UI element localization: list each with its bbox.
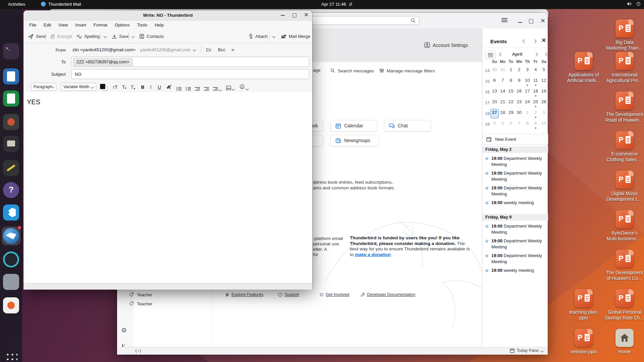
calendar-day[interactable]: 3 xyxy=(540,109,548,118)
calendar-day[interactable]: 23 xyxy=(515,98,524,108)
font-size-reset-icon[interactable]: TT xyxy=(113,84,118,90)
contacts-button[interactable]: Contacts xyxy=(139,30,164,43)
paragraph-format-select[interactable]: Paragraph xyxy=(31,83,56,91)
bcc-button[interactable]: Bcc xyxy=(218,47,225,52)
truncated-link-fragment[interactable]: age xyxy=(313,68,321,74)
activities-button[interactable]: Activities xyxy=(8,2,25,7)
calendar-day[interactable]: 6 xyxy=(507,120,515,129)
menu-edit[interactable]: Edit xyxy=(40,22,55,27)
to-input[interactable]: ZZZ <852736397@qq.com> xyxy=(71,57,309,67)
tag-folder-teacher[interactable]: Teacher xyxy=(129,300,152,307)
event-item[interactable]: 19:00 Department Weekly Meeting xyxy=(482,223,548,235)
calendar-day[interactable]: 19 xyxy=(540,87,548,97)
more-addressing-button[interactable]: » xyxy=(231,47,234,52)
desktop-icon-ppt-file[interactable]: International Agricultural Pro… xyxy=(604,52,644,83)
calendar-day[interactable]: 28 xyxy=(499,109,507,118)
close-icon[interactable]: ✕ xyxy=(304,11,309,18)
dock-vscode-icon[interactable] xyxy=(3,204,19,221)
save-dropdown-icon[interactable] xyxy=(131,35,135,38)
menu-file[interactable]: File xyxy=(25,22,40,27)
insert-image-icon[interactable] xyxy=(226,84,234,90)
calendar-day[interactable]: 9 xyxy=(532,120,540,129)
numbered-list-icon[interactable] xyxy=(186,85,191,91)
bullet-list-icon[interactable] xyxy=(176,85,181,91)
subject-input[interactable]: NO xyxy=(71,69,309,79)
event-item[interactable]: 19:00 Department Weekly Meeting xyxy=(482,253,548,265)
desktop-icon-ppt-file[interactable]: E-commerce Clothing Sales … xyxy=(604,131,644,162)
calendar-day[interactable]: 5 xyxy=(540,66,548,75)
event-item[interactable]: 19:00 Department Weekly Meeting xyxy=(482,156,548,168)
calendar-day[interactable]: 17 xyxy=(523,87,532,97)
clock-menu[interactable]: Apr 27 11:46 xyxy=(321,2,353,7)
calendar-day[interactable]: 6 xyxy=(490,77,499,86)
desktop-icon-ppt-file[interactable]: netease.pptx xyxy=(564,329,604,355)
close-icon[interactable]: ✕ xyxy=(540,17,545,24)
dock-help-icon[interactable] xyxy=(3,182,19,198)
make-a-donation-link[interactable]: make a donation xyxy=(355,252,391,257)
dock-media-icon[interactable] xyxy=(3,136,19,152)
app-menu-icon[interactable] xyxy=(501,18,507,23)
month-next-icon[interactable] xyxy=(534,52,538,56)
dock-browser-icon[interactable] xyxy=(3,251,19,267)
italic-icon[interactable]: I xyxy=(150,84,151,90)
tag-folder-teacher[interactable]: Teacher xyxy=(129,291,152,298)
focused-app-menu[interactable]: Thunderbird Mail xyxy=(41,2,81,7)
text-color-swatch[interactable] xyxy=(100,84,105,89)
desktop-icon-ppt-file[interactable]: The Development Road of Huawei… xyxy=(604,92,644,123)
network-status-icon[interactable] xyxy=(135,349,141,353)
dock-thunderbird-active[interactable] xyxy=(2,227,20,245)
dock-terminal-icon[interactable] xyxy=(3,43,19,59)
search-messages-link[interactable]: Search messages xyxy=(330,68,374,74)
account-settings-button[interactable]: Account Settings xyxy=(424,42,468,48)
maximize-button[interactable] xyxy=(292,13,297,17)
menu-options[interactable]: Options xyxy=(111,22,133,27)
desktop-icon-ppt-file[interactable]: Global Personal Savings Rate Ch… xyxy=(604,289,644,320)
menu-format[interactable]: Format xyxy=(90,22,111,27)
calendar-day[interactable]: 18 xyxy=(532,87,540,97)
from-dropdown-icon[interactable] xyxy=(193,48,196,52)
dock-software-icon[interactable] xyxy=(3,297,19,313)
desktop-icon-ppt-file[interactable]: ByteDance's Multi-business … xyxy=(604,210,644,241)
chat-button[interactable]: Chat xyxy=(384,120,431,131)
event-item[interactable]: 19:00 weekly meeting xyxy=(482,267,548,274)
calendar-day[interactable]: 10 xyxy=(540,120,548,129)
clipped-nav-icon[interactable] xyxy=(545,52,549,56)
message-body[interactable]: YES xyxy=(23,92,312,283)
desktop-icon-home[interactable]: Home xyxy=(604,329,644,355)
menu-insert[interactable]: Insert xyxy=(71,22,90,27)
event-item[interactable]: 19:00 Department Weekly Meeting xyxy=(482,170,548,182)
dock-files-icon[interactable] xyxy=(3,274,19,290)
calendar-day[interactable]: 7 xyxy=(499,77,507,86)
calendar-day[interactable]: 21 xyxy=(499,98,507,108)
menu-help[interactable]: Help xyxy=(151,22,167,27)
dock-calc-icon[interactable] xyxy=(3,90,19,107)
calendar-day[interactable]: 22 xyxy=(507,98,515,108)
calendar-day[interactable]: 25 xyxy=(532,98,540,108)
calendar-day[interactable]: 16 xyxy=(515,87,524,97)
month-prev-icon[interactable] xyxy=(499,52,503,56)
underline-icon[interactable]: U xyxy=(158,84,161,90)
calendar-day[interactable]: 27 xyxy=(490,109,499,118)
calendar-day[interactable]: 4 xyxy=(532,66,540,75)
save-button[interactable]: Save xyxy=(112,30,129,43)
calendar-day[interactable]: 12 xyxy=(540,77,548,86)
calendar-day[interactable]: 30 xyxy=(490,66,499,75)
calendar-day[interactable]: 2 xyxy=(532,109,540,118)
show-applications-icon[interactable] xyxy=(5,352,17,362)
calendar-day[interactable]: 29 xyxy=(507,109,515,118)
calendar-day[interactable]: 24 xyxy=(523,98,532,108)
calendar-day[interactable]: 1 xyxy=(523,109,532,118)
calendar-day[interactable]: 13 xyxy=(490,87,499,97)
menu-view[interactable]: View xyxy=(55,22,71,27)
manage-filters-link[interactable]: Manage message filters xyxy=(379,68,435,74)
system-status-area[interactable] xyxy=(627,2,641,6)
dock-impress-icon[interactable] xyxy=(3,114,19,130)
event-item[interactable]: 19:00 Department Weekly Meeting xyxy=(482,238,548,250)
calendar-day[interactable]: 15 xyxy=(507,87,515,97)
new-event-button[interactable]: New Event xyxy=(482,134,548,145)
dock-firefox-icon[interactable] xyxy=(3,23,19,39)
events-next-icon[interactable] xyxy=(533,39,536,43)
gear-icon[interactable]: ⚙ xyxy=(121,326,127,334)
calendar-day[interactable]: 10 xyxy=(523,77,532,86)
increase-font-icon[interactable]: T▴ xyxy=(131,84,135,90)
